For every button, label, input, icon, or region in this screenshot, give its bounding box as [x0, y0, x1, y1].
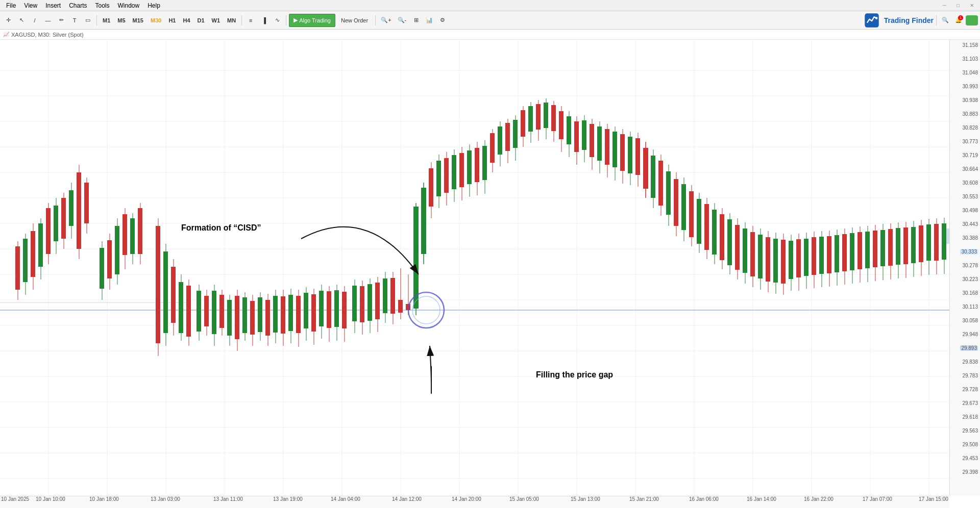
svg-rect-48: [46, 208, 51, 254]
price-29783: 29.783: [962, 373, 978, 378]
svg-rect-196: [643, 148, 648, 189]
price-30938: 30.938: [962, 97, 978, 103]
price-31103: 31.103: [962, 56, 978, 62]
time-label-8: 14 Jan 20:00: [452, 496, 481, 502]
svg-rect-142: [436, 161, 441, 196]
menu-view[interactable]: View: [20, 0, 41, 11]
svg-rect-156: [490, 133, 495, 163]
price-30113: 30.113: [962, 304, 978, 310]
pen-tool[interactable]: ✏: [55, 14, 67, 27]
volume-button[interactable]: 📊: [423, 14, 435, 27]
svg-rect-78: [186, 286, 191, 337]
svg-rect-182: [590, 124, 594, 157]
tf-m15[interactable]: M15: [130, 15, 146, 26]
menu-window[interactable]: Window: [114, 0, 144, 11]
menu-file[interactable]: File: [2, 0, 20, 11]
svg-rect-256: [873, 231, 877, 267]
svg-rect-224: [750, 232, 755, 276]
window-maximize[interactable]: □: [952, 0, 964, 11]
svg-rect-98: [265, 300, 270, 336]
tf-m30[interactable]: M30: [148, 15, 164, 26]
time-label-16: 17 Jan 15:00: [919, 496, 948, 502]
svg-rect-44: [61, 198, 66, 239]
svg-rect-178: [574, 121, 579, 152]
hline-tool[interactable]: —: [42, 14, 54, 27]
svg-rect-230: [773, 239, 778, 283]
tf-d1[interactable]: D1: [194, 15, 208, 26]
svg-rect-102: [281, 296, 285, 334]
sep1: [96, 15, 97, 26]
svg-rect-180: [582, 120, 586, 150]
svg-rect-176: [567, 116, 571, 144]
price-30664: 30.664: [962, 166, 978, 172]
price-30058: 30.058: [962, 318, 978, 323]
svg-rect-200: [658, 161, 663, 206]
time-label-3: 13 Jan 03:00: [151, 496, 180, 502]
zoom-out-button[interactable]: 🔍-: [395, 14, 409, 27]
tf-mn[interactable]: MN: [224, 15, 239, 26]
svg-rect-74: [171, 267, 176, 323]
svg-rect-80: [197, 291, 201, 332]
tf-h4[interactable]: H4: [180, 15, 193, 26]
svg-rect-100: [273, 296, 278, 333]
svg-rect-160: [505, 123, 510, 151]
svg-rect-268: [919, 225, 923, 262]
crosshair-tool[interactable]: ✛: [2, 14, 14, 27]
svg-rect-108: [304, 293, 308, 328]
new-order-label: New Order: [341, 17, 368, 23]
shapes-tool[interactable]: ▭: [82, 14, 94, 27]
svg-rect-254: [865, 232, 870, 268]
svg-rect-104: [288, 295, 293, 331]
new-order-button[interactable]: New Order: [336, 14, 373, 27]
grid-button[interactable]: ⊞: [410, 14, 422, 27]
zoom-in-button[interactable]: 🔍+: [378, 14, 394, 27]
svg-rect-144: [444, 158, 449, 193]
svg-rect-250: [850, 233, 854, 270]
symbol-bar: 📈 XAGUSD, M30: Silver (Spot): [0, 30, 980, 40]
sep3: [286, 15, 286, 26]
time-label-5: 13 Jan 19:00: [273, 496, 303, 502]
svg-rect-270: [926, 224, 931, 261]
text-tool[interactable]: T: [68, 14, 81, 27]
arrow-tool[interactable]: ↖: [15, 14, 28, 27]
logo-text: Trading Finder: [884, 16, 934, 24]
time-label-1: 10 Jan 10:00: [36, 496, 65, 502]
symbol-name: XAGUSD, M30:: [11, 32, 51, 38]
chart-type-line[interactable]: ∿: [271, 14, 283, 27]
svg-rect-90: [235, 296, 239, 339]
svg-rect-86: [219, 295, 224, 328]
tf-h1[interactable]: H1: [165, 15, 179, 26]
toolbar: ✛ ↖ / — ✏ T ▭ M1 M5 M15 M30 H1 H4 D1 W1 …: [0, 11, 980, 30]
price-30883: 30.883: [962, 111, 978, 117]
svg-rect-64: [122, 214, 127, 255]
settings-button[interactable]: ⚙: [436, 14, 449, 27]
notifications-button[interactable]: 🔔 1: [952, 14, 965, 27]
menu-tools[interactable]: Tools: [91, 0, 114, 11]
menu-insert[interactable]: Insert: [41, 0, 65, 11]
svg-rect-148: [459, 153, 464, 187]
tf-m5[interactable]: M5: [114, 15, 128, 26]
algo-trading-button[interactable]: ▶ Algo Trading: [289, 14, 335, 27]
menu-charts[interactable]: Charts: [65, 0, 91, 11]
chart-svg[interactable]: [0, 40, 949, 496]
svg-rect-158: [498, 126, 502, 155]
search-button[interactable]: 🔍: [939, 14, 951, 27]
price-29673: 29.673: [962, 400, 978, 406]
window-close[interactable]: ✕: [966, 0, 978, 11]
chart-container: Formation of “CISD” Filling the price ga…: [0, 40, 980, 508]
price-29453: 29.453: [962, 455, 978, 461]
logo-area: Trading Finder: [864, 12, 934, 29]
status-indicator[interactable]: [966, 15, 978, 26]
tf-m1[interactable]: M1: [100, 15, 113, 26]
svg-rect-262: [896, 228, 900, 265]
chart-type-candle[interactable]: ▐: [258, 14, 270, 27]
svg-rect-204: [674, 179, 678, 226]
window-minimize[interactable]: ─: [939, 0, 950, 11]
svg-rect-174: [559, 111, 564, 139]
line-tool[interactable]: /: [29, 14, 41, 27]
menu-help[interactable]: Help: [143, 0, 164, 11]
price-30553: 30.553: [962, 194, 978, 199]
svg-rect-238: [804, 239, 808, 276]
tf-w1[interactable]: W1: [209, 15, 224, 26]
chart-type-bar[interactable]: ≡: [244, 14, 257, 27]
